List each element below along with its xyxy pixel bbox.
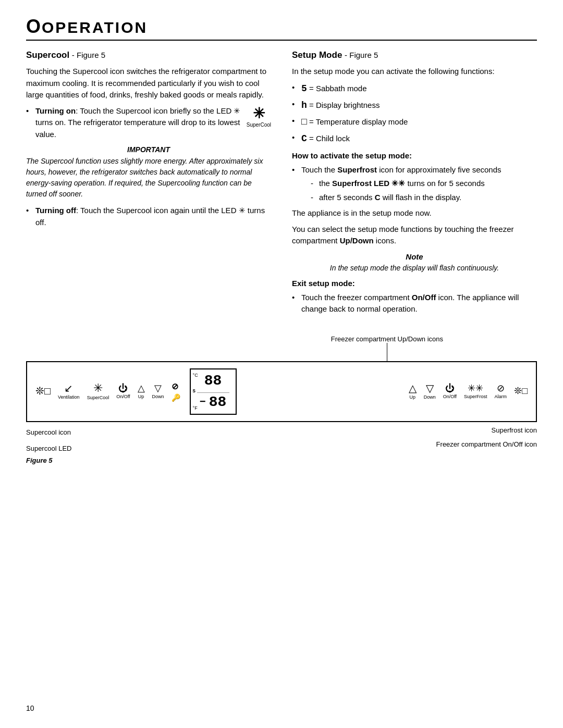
display-bottom-row: − 88	[200, 395, 227, 410]
supercool-star-ctrl: ✳ SuperCool	[87, 382, 109, 400]
left-annotations: Supercool icon Supercool LED	[26, 426, 71, 452]
supercool-section-title: Supercool - Figure 5	[26, 50, 271, 60]
figure-caption: Figure 5	[26, 456, 537, 464]
left-column: Supercool - Figure 5 Touching the Superc…	[26, 50, 271, 319]
figure-label: Figure 5	[26, 456, 53, 464]
supercool-icon-label: SuperCool	[247, 121, 271, 129]
display-panel: °C 88 − 88 °F S	[190, 368, 237, 415]
superfrost-icon-annotation: Superfrost icon	[492, 426, 537, 434]
ventilation-control: ❊□	[35, 386, 51, 397]
exit-setup-bullets: Touch the freezer compartment On/Off ico…	[292, 292, 537, 315]
control-panel: ❊□ ↙ Ventilation ✳ SuperCool ⏻ On/Off △	[26, 361, 537, 422]
turning-on-area: Turning on: Touch the Supercool icon bri…	[35, 105, 271, 141]
note-box: Note In the setup mode the display will …	[292, 252, 537, 274]
up-right-icon: △	[409, 383, 417, 393]
lock-icon: ❊□	[514, 386, 528, 396]
top-annotation-area: Freezer compartment Up/Down icons	[26, 335, 537, 361]
note-title: Note	[292, 252, 537, 261]
annotations-below: Supercool icon Supercool LED Superfrost …	[26, 426, 537, 452]
supercool-bullets: Turning on: Touch the Supercool icon bri…	[26, 105, 271, 141]
important-box: IMPORTANT The Supercool function uses sl…	[26, 145, 271, 200]
dash-list: the Superfrost LED ✳✳ turns on for 5 sec…	[311, 178, 537, 203]
display-minus: −	[200, 397, 206, 408]
down-left-icon: ▽	[154, 384, 162, 393]
up-left-ctrl: △ Up	[138, 384, 145, 399]
snowflake-icon: ✳	[253, 106, 265, 121]
alarm-ctrl: ⊘ Alarm	[495, 384, 507, 399]
page-title: OOperation	[26, 16, 537, 38]
supercool-intro: Touching the Supercool icon switches the…	[26, 66, 271, 101]
supercool-led-annotation: Supercool LED	[26, 445, 71, 452]
exit-bullet: Touch the freezer compartment On/Off ico…	[292, 292, 537, 315]
symbol-temp-display: □ = Temperature display mode	[292, 115, 537, 129]
important-title: IMPORTANT	[26, 145, 271, 154]
note-text: In the setup mode the display will flash…	[292, 263, 537, 274]
dash2: after 5 seconds C will flash in the disp…	[311, 192, 537, 204]
drop-letter: O	[26, 16, 42, 37]
symbol-brightness: h = Display brightness	[292, 98, 537, 113]
supercool-left-arrow-icon: ↙	[64, 383, 73, 393]
panel-left-controls: ❊□ ↙ Ventilation ✳ SuperCool ⏻ On/Off △	[35, 381, 180, 402]
display-top-digits: 88	[204, 374, 222, 388]
supercool-ctrl: ↙ Ventilation	[58, 383, 80, 400]
page-header: OOperation	[26, 16, 537, 41]
symbol-sabbath: 5 = Sabbath mode	[292, 82, 537, 96]
superfrost-icon: ✳✳	[468, 384, 483, 393]
top-annotation-label: Freezer compartment Up/Down icons	[331, 335, 443, 343]
how-to-bullet1: Touch the Superfrost icon for approximat…	[292, 164, 537, 204]
display-celsius-unit: °C	[193, 373, 198, 378]
display-mini-s: S	[193, 389, 195, 394]
alarm-icon: ⊘	[497, 384, 505, 393]
bullet-turning-off: Turning off: Touch the Supercool icon ag…	[26, 205, 271, 228]
key-icon: 🔑	[172, 393, 180, 402]
ventilation-icon: ❊□	[35, 386, 51, 396]
figure-area: Freezer compartment Up/Down icons ❊□ ↙ V…	[26, 335, 537, 464]
lock-ctrl: ❊□	[514, 386, 528, 397]
important-text: The Supercool function uses slightly mor…	[26, 156, 271, 200]
supercool-bullet2: Turning off: Touch the Supercool icon ag…	[26, 205, 271, 228]
freezer-onoff-annotation: Freezer compartment On/Off icon	[436, 440, 537, 448]
superfrost-ctrl: ✳✳ SuperFrost	[464, 384, 487, 399]
up-right-ctrl: △ Up	[409, 383, 417, 400]
setup-intro: In the setup mode you can activate the f…	[292, 66, 537, 78]
onoff-left-ctrl: ⏻ On/Off	[116, 384, 130, 399]
onoff-right-ctrl: ⏻ On/Off	[443, 384, 457, 399]
slash-icon: ⊘	[172, 381, 180, 391]
display-top-value: 88	[204, 374, 222, 388]
bullet-turning-on: Turning on: Touch the Supercool icon bri…	[26, 105, 271, 141]
symbol-child-lock: C = Child lock	[292, 132, 537, 146]
select-setup-text: You can select the setup mode functions …	[292, 224, 537, 247]
onoff-right-icon: ⏻	[445, 384, 455, 393]
right-annotations: Superfrost icon Freezer compartment On/O…	[436, 426, 537, 452]
right-column: Setup Mode - Figure 5 In the setup mode …	[292, 50, 537, 319]
appliance-setup-text: The appliance is in the setup mode now.	[292, 207, 537, 219]
onoff-left-icon: ⏻	[118, 384, 128, 393]
two-column-layout: Supercool - Figure 5 Touching the Superc…	[26, 50, 537, 319]
display-fahrenheit-unit: °F	[193, 405, 198, 411]
how-to-bullets: Touch the Superfrost icon for approximat…	[292, 164, 537, 204]
down-right-icon: ▽	[426, 383, 434, 393]
top-annotation-line	[387, 343, 387, 361]
exit-setup-heading: Exit setup mode:	[292, 279, 537, 288]
symbol-list: 5 = Sabbath mode h = Display brightness …	[292, 82, 537, 146]
dash1: the Superfrost LED ✳✳ turns on for 5 sec…	[311, 178, 537, 190]
setup-mode-section-title: Setup Mode - Figure 5	[292, 50, 537, 60]
page-number: 10	[26, 704, 34, 712]
supercool-star-icon: ✳	[93, 382, 103, 394]
panel-right-controls: △ Up ▽ Down ⏻ On/Off ✳✳ SuperFrost ⊘ A	[246, 383, 528, 400]
control-panel-wrapper: Freezer compartment Up/Down icons ❊□ ↙ V…	[26, 335, 537, 464]
down-right-ctrl: ▽ Down	[424, 383, 436, 400]
up-left-icon: △	[138, 384, 145, 393]
down-left-ctrl: ▽ Down	[152, 384, 164, 399]
how-to-activate-heading: How to activate the setup mode:	[292, 151, 537, 160]
supercool-icon-display: ✳ SuperCool	[247, 106, 271, 129]
display-bottom-value: 88	[209, 395, 227, 410]
supercool-icon-annotation: Supercool icon	[26, 428, 71, 436]
mini-icons: ⊘ 🔑	[172, 381, 180, 402]
